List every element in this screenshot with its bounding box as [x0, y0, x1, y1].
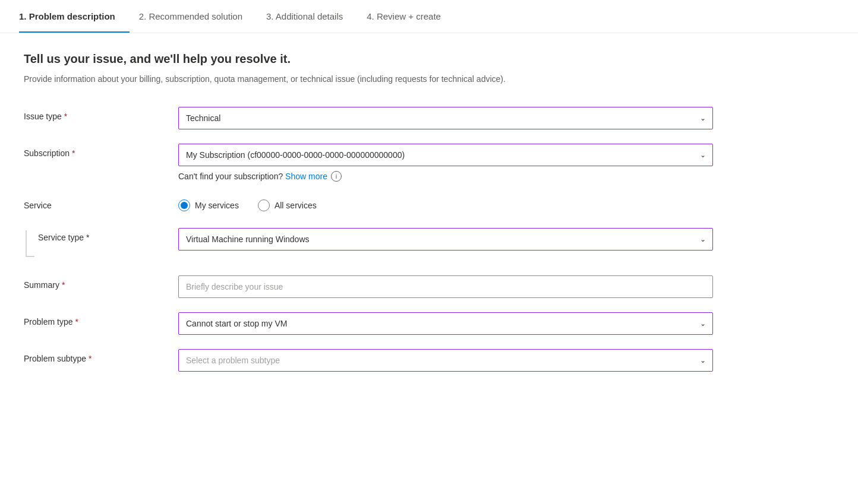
required-marker-pt: *	[75, 317, 78, 327]
problem-subtype-select-wrapper: Select a problem subtype ⌄	[178, 349, 713, 372]
problem-type-row: Problem type * Cannot start or stop my V…	[24, 312, 808, 335]
page-description: Provide information about your billing, …	[24, 73, 559, 85]
required-marker-pst: *	[89, 354, 92, 363]
problem-subtype-field: Select a problem subtype ⌄	[178, 349, 713, 372]
issue-type-select[interactable]: Technical Billing Subscription managemen…	[178, 107, 713, 129]
service-type-select-wrapper: Virtual Machine running Windows ⌄	[178, 228, 713, 251]
problem-type-label: Problem type *	[24, 312, 178, 327]
summary-row: Summary *	[24, 275, 808, 298]
bracket-icon	[24, 230, 36, 261]
required-marker-sum: *	[62, 280, 65, 290]
subscription-row: Subscription * My Subscription (cf00000-…	[24, 144, 808, 182]
problem-type-select[interactable]: Cannot start or stop my VM	[178, 312, 713, 335]
required-marker-sub: *	[72, 148, 75, 158]
all-services-option[interactable]: All services	[258, 199, 317, 211]
summary-label: Summary *	[24, 275, 178, 290]
my-services-option[interactable]: My services	[178, 199, 239, 211]
subscription-select-wrapper: My Subscription (cf00000-0000-0000-0000-…	[178, 144, 713, 166]
wizard-tabs: 1. Problem description 2. Recommended so…	[0, 0, 858, 33]
service-type-select[interactable]: Virtual Machine running Windows	[178, 228, 713, 251]
subscription-field: My Subscription (cf00000-0000-0000-0000-…	[178, 144, 713, 182]
service-main-label: Service	[24, 196, 178, 228]
issue-type-row: Issue type * Technical Billing Subscript…	[24, 107, 808, 129]
problem-type-field: Cannot start or stop my VM ⌄	[178, 312, 713, 335]
service-type-label-wrapper: Service type *	[24, 228, 178, 261]
service-fields-stack: My services All services Virtual Machine…	[178, 196, 713, 251]
tab-review-create[interactable]: 4. Review + create	[367, 0, 455, 33]
subscription-select[interactable]: My Subscription (cf00000-0000-0000-0000-…	[178, 144, 713, 166]
tab-additional-details[interactable]: 3. Additional details	[266, 0, 357, 33]
problem-subtype-row: Problem subtype * Select a problem subty…	[24, 349, 808, 372]
problem-subtype-select[interactable]: Select a problem subtype	[178, 349, 713, 372]
problem-subtype-label: Problem subtype *	[24, 349, 178, 363]
problem-type-select-wrapper: Cannot start or stop my VM ⌄	[178, 312, 713, 335]
summary-field	[178, 275, 713, 298]
all-services-radio[interactable]	[258, 199, 270, 211]
issue-type-field: Technical Billing Subscription managemen…	[178, 107, 713, 129]
required-marker: *	[64, 112, 67, 121]
service-label-stack: Service Service type *	[24, 196, 178, 261]
issue-type-select-wrapper: Technical Billing Subscription managemen…	[178, 107, 713, 129]
service-radio-group: My services All services	[178, 196, 713, 211]
main-content: Tell us your issue, and we'll help you r…	[0, 33, 832, 405]
subscription-label: Subscription *	[24, 144, 178, 158]
info-icon[interactable]: i	[331, 171, 342, 182]
subscription-helper: Can't find your subscription? Show more …	[178, 171, 713, 182]
tab-recommended-solution[interactable]: 2. Recommended solution	[139, 0, 257, 33]
required-marker-svc: *	[86, 233, 89, 242]
summary-input[interactable]	[178, 275, 713, 298]
my-services-radio[interactable]	[178, 199, 190, 211]
page-title: Tell us your issue, and we'll help you r…	[24, 52, 808, 66]
service-row: Service Service type * My services	[24, 196, 808, 261]
show-more-link[interactable]: Show more	[285, 172, 327, 181]
service-type-sublabel: Service type *	[38, 228, 90, 242]
issue-type-label: Issue type *	[24, 107, 178, 121]
tab-problem-description[interactable]: 1. Problem description	[19, 0, 130, 33]
